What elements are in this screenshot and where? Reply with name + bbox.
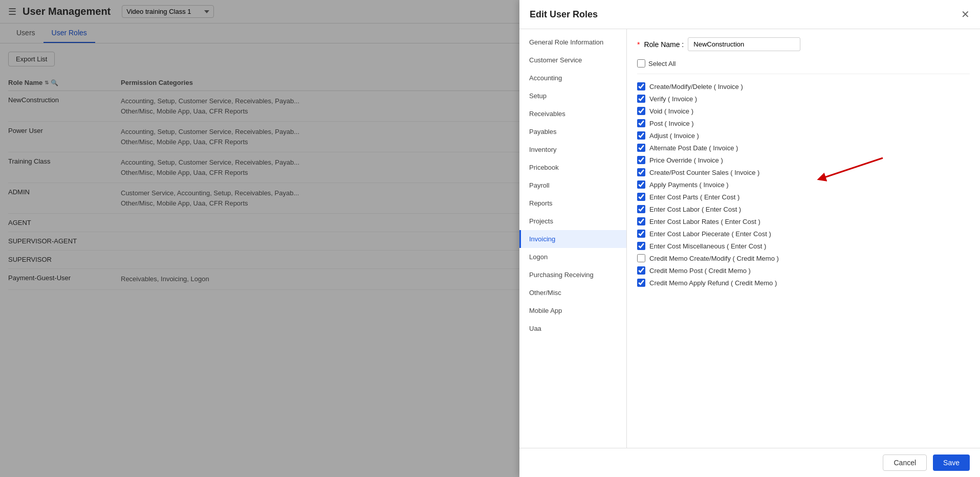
permissions-list: Create/Modify/Delete ( Invoice ) Verify … <box>637 82 970 287</box>
permission-item: Apply Payments ( Invoice ) <box>637 180 970 189</box>
permission-item: Enter Cost Labor Piecerate ( Enter Cost … <box>637 230 970 238</box>
perm-label-enter-cost-miscellaneous: Enter Cost Miscellaneous ( Enter Cost ) <box>649 242 766 250</box>
perm-checkbox-create-post-counter-sales-invoice[interactable] <box>637 168 645 176</box>
perm-label-create-modify-delete-invoice: Create/Modify/Delete ( Invoice ) <box>649 83 743 90</box>
permission-item: Void ( Invoice ) <box>637 107 970 115</box>
perm-checkbox-adjust-invoice[interactable] <box>637 131 645 140</box>
nav-item-general-role-information[interactable]: General Role Information <box>519 33 626 51</box>
cancel-button[interactable]: Cancel <box>883 455 927 471</box>
permission-item: Enter Cost Labor Rates ( Enter Cost ) <box>637 217 970 225</box>
perm-label-credit-memo-apply-refund: Credit Memo Apply Refund ( Credit Memo ) <box>649 279 777 287</box>
permission-item: Alternate Post Date ( Invoice ) <box>637 144 970 152</box>
perm-label-verify-invoice: Verify ( Invoice ) <box>649 95 697 103</box>
modal-body: General Role Information Customer Servic… <box>519 29 980 448</box>
nav-item-setup[interactable]: Setup <box>519 87 626 105</box>
perm-checkbox-enter-cost-labor-rates[interactable] <box>637 217 645 225</box>
modal-close-button[interactable]: ✕ <box>961 8 970 20</box>
perm-checkbox-credit-memo-create-modify[interactable] <box>637 254 645 262</box>
modal-nav: General Role Information Customer Servic… <box>519 29 627 448</box>
modal-header: Edit User Roles ✕ <box>519 0 980 29</box>
select-all-label: Select All <box>648 60 676 67</box>
modal-permissions-content: * Role Name : Select All Create/Modify/D… <box>627 29 980 448</box>
perm-label-credit-memo-create-modify: Credit Memo Create/Modify ( Credit Memo … <box>649 255 779 262</box>
permission-item: Credit Memo Apply Refund ( Credit Memo ) <box>637 279 970 287</box>
perm-checkbox-post-invoice[interactable] <box>637 119 645 127</box>
perm-label-adjust-invoice: Adjust ( Invoice ) <box>649 132 699 140</box>
nav-item-reports[interactable]: Reports <box>519 194 626 212</box>
perm-label-price-override-invoice: Price Override ( Invoice ) <box>649 156 723 164</box>
perm-checkbox-credit-memo-apply-refund[interactable] <box>637 279 645 287</box>
nav-item-invoicing[interactable]: Invoicing <box>519 230 626 248</box>
permission-item: Enter Cost Labor ( Enter Cost ) <box>637 205 970 213</box>
select-all-row: Select All <box>637 59 970 74</box>
nav-item-payroll[interactable]: Payroll <box>519 176 626 194</box>
nav-item-pricebook[interactable]: Pricebook <box>519 158 626 176</box>
perm-checkbox-enter-cost-parts[interactable] <box>637 193 645 201</box>
permission-item: Price Override ( Invoice ) <box>637 156 970 164</box>
perm-checkbox-enter-cost-labor-piecerate[interactable] <box>637 230 645 238</box>
perm-label-alternate-post-date-invoice: Alternate Post Date ( Invoice ) <box>649 144 738 152</box>
role-name-input[interactable] <box>688 37 800 51</box>
perm-checkbox-verify-invoice[interactable] <box>637 95 645 103</box>
perm-checkbox-enter-cost-labor[interactable] <box>637 205 645 213</box>
perm-checkbox-enter-cost-miscellaneous[interactable] <box>637 242 645 250</box>
background-page: ☰ User Management Video training Class 1… <box>0 0 980 477</box>
perm-checkbox-alternate-post-date-invoice[interactable] <box>637 144 645 152</box>
nav-item-projects[interactable]: Projects <box>519 212 626 230</box>
nav-item-purchasing-receiving[interactable]: Purchasing Receiving <box>519 266 626 284</box>
nav-item-logon[interactable]: Logon <box>519 248 626 266</box>
perm-checkbox-void-invoice[interactable] <box>637 107 645 115</box>
role-name-row: * Role Name : <box>637 37 970 51</box>
nav-item-customer-service[interactable]: Customer Service <box>519 51 626 69</box>
save-button[interactable]: Save <box>933 455 970 471</box>
perm-checkbox-create-modify-delete-invoice[interactable] <box>637 82 645 90</box>
nav-item-receivables[interactable]: Receivables <box>519 105 626 123</box>
required-star: * <box>637 40 640 49</box>
perm-label-enter-cost-labor: Enter Cost Labor ( Enter Cost ) <box>649 206 741 213</box>
modal-title: Edit User Roles <box>530 9 598 20</box>
perm-label-post-invoice: Post ( Invoice ) <box>649 120 694 127</box>
permission-item: Credit Memo Post ( Credit Memo ) <box>637 266 970 275</box>
permission-item: Post ( Invoice ) <box>637 119 970 127</box>
select-all-checkbox[interactable] <box>637 59 645 67</box>
permission-item: Enter Cost Parts ( Enter Cost ) <box>637 193 970 201</box>
permission-item-arrow: Create/Post Counter Sales ( Invoice ) <box>637 168 970 176</box>
nav-item-payables[interactable]: Payables <box>519 123 626 141</box>
permission-item: Verify ( Invoice ) <box>637 95 970 103</box>
edit-user-roles-modal: Edit User Roles ✕ General Role Informati… <box>519 0 980 477</box>
perm-checkbox-price-override-invoice[interactable] <box>637 156 645 164</box>
permission-item: Adjust ( Invoice ) <box>637 131 970 140</box>
role-name-label: Role Name : <box>644 40 684 49</box>
perm-checkbox-credit-memo-post[interactable] <box>637 266 645 275</box>
nav-item-accounting[interactable]: Accounting <box>519 69 626 87</box>
perm-label-enter-cost-parts: Enter Cost Parts ( Enter Cost ) <box>649 193 739 201</box>
permission-item: Credit Memo Create/Modify ( Credit Memo … <box>637 254 970 262</box>
perm-label-create-post-counter-sales-invoice: Create/Post Counter Sales ( Invoice ) <box>649 169 759 176</box>
perm-checkbox-apply-payments-invoice[interactable] <box>637 180 645 189</box>
perm-label-void-invoice: Void ( Invoice ) <box>649 107 693 115</box>
nav-item-other-misc[interactable]: Other/Misc <box>519 284 626 302</box>
perm-label-enter-cost-labor-rates: Enter Cost Labor Rates ( Enter Cost ) <box>649 218 760 225</box>
perm-label-enter-cost-labor-piecerate: Enter Cost Labor Piecerate ( Enter Cost … <box>649 230 771 238</box>
perm-label-credit-memo-post: Credit Memo Post ( Credit Memo ) <box>649 267 751 275</box>
permission-item: Enter Cost Miscellaneous ( Enter Cost ) <box>637 242 970 250</box>
perm-label-apply-payments-invoice: Apply Payments ( Invoice ) <box>649 181 729 189</box>
nav-item-uaa[interactable]: Uaa <box>519 320 626 337</box>
nav-item-mobile-app[interactable]: Mobile App <box>519 302 626 320</box>
modal-footer: Cancel Save <box>519 448 980 477</box>
permission-item: Create/Modify/Delete ( Invoice ) <box>637 82 970 90</box>
nav-item-inventory[interactable]: Inventory <box>519 141 626 158</box>
